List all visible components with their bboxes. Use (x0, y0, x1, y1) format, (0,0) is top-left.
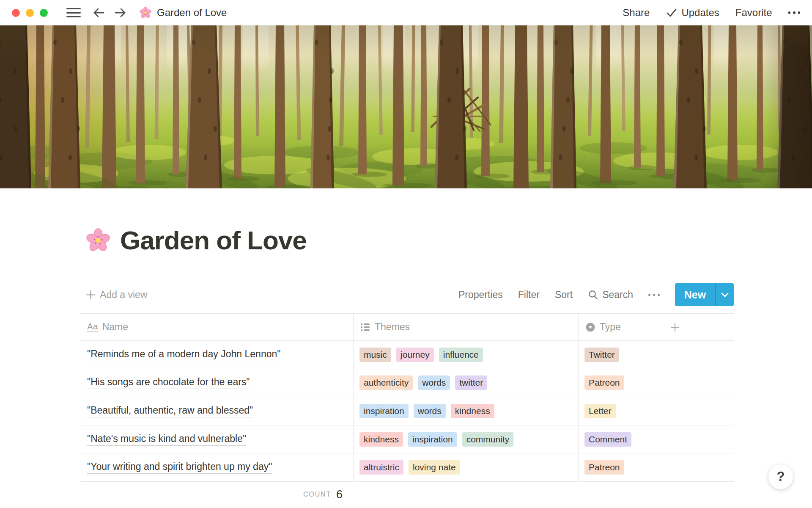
text-property-icon: Aa (87, 322, 98, 332)
theme-tag: kindness (359, 432, 403, 447)
search-button[interactable]: Search (588, 289, 633, 301)
favorite-button[interactable]: Favorite (735, 7, 772, 19)
type-tag: Letter (584, 404, 616, 418)
theme-tag: words (418, 375, 450, 390)
theme-tag: authenticity (359, 375, 413, 390)
titlebar-page-title: Garden of Love (157, 7, 227, 19)
cell-type[interactable]: Letter (579, 397, 663, 425)
cover-image (0, 25, 812, 188)
table-body: "Reminds me of a modern day John Lennon"… (80, 341, 734, 482)
updates-button[interactable]: Updates (666, 7, 719, 19)
cell-themes[interactable]: kindnessinspirationcommunity (354, 425, 579, 453)
multiselect-property-icon (360, 323, 370, 332)
row-title[interactable]: "Reminds me of a modern day John Lennon" (87, 348, 280, 361)
page-title[interactable]: Garden of Love (120, 225, 307, 255)
cell-name[interactable]: "Reminds me of a modern day John Lennon" (80, 341, 354, 369)
search-icon (588, 290, 598, 300)
type-tag: Patreon (584, 460, 624, 475)
help-button-label: ? (777, 469, 785, 484)
share-button[interactable]: Share (623, 7, 650, 19)
add-column-button[interactable] (663, 314, 734, 340)
column-header-type[interactable]: Type (579, 314, 663, 340)
more-options-icon[interactable] (788, 11, 801, 14)
cell-name[interactable]: "Nate's music is kind and vulnerable" (80, 425, 354, 453)
zoom-window-button[interactable] (40, 9, 48, 17)
page-header: Garden of Love (85, 225, 307, 255)
sort-button[interactable]: Sort (555, 289, 573, 301)
check-icon (666, 7, 678, 18)
page-emoji-icon[interactable] (85, 228, 111, 253)
page-emoji-icon (139, 6, 152, 19)
close-window-button[interactable] (12, 9, 20, 17)
theme-tag: music (359, 348, 391, 362)
column-header-name[interactable]: Aa Name (80, 314, 354, 340)
forward-arrow-icon[interactable] (113, 6, 127, 19)
window-controls (12, 9, 48, 17)
view-more-options-icon[interactable] (648, 294, 660, 296)
theme-tag: loving nate (409, 460, 460, 475)
theme-tag: words (414, 404, 446, 418)
cell-type[interactable]: Twitter (579, 341, 663, 369)
column-header-themes[interactable]: Themes (354, 314, 579, 340)
theme-tag: journey (396, 348, 434, 362)
cell-extra (663, 453, 734, 481)
cell-type[interactable]: Patreon (579, 453, 663, 481)
theme-tag: twitter (455, 375, 487, 390)
sidebar-menu-icon[interactable] (66, 8, 81, 18)
count-value: 6 (336, 488, 343, 501)
table-count-footer[interactable]: COUNT 6 (80, 482, 354, 507)
type-tag: Patreon (584, 375, 624, 390)
cell-extra (663, 425, 734, 453)
table-row[interactable]: "Beautiful, authentic, raw and blessed"i… (80, 397, 734, 425)
cell-themes[interactable]: inspirationwordskindness (354, 397, 579, 425)
cell-name[interactable]: "Your writing and spirit brighten up my … (80, 453, 354, 481)
new-record-button[interactable]: New (675, 283, 734, 306)
database-table: Aa Name Themes Type (80, 313, 734, 482)
theme-tag: inspiration (359, 404, 409, 418)
table-row[interactable]: "Reminds me of a modern day John Lennon"… (80, 341, 734, 369)
row-title[interactable]: "His songs are chocolate for the ears" (87, 376, 250, 389)
new-dropdown-button[interactable] (716, 283, 734, 306)
minimize-window-button[interactable] (26, 9, 34, 17)
back-arrow-icon[interactable] (92, 6, 106, 19)
type-tag: Twitter (584, 348, 619, 362)
help-button[interactable]: ? (768, 464, 793, 489)
row-title[interactable]: "Nate's music is kind and vulnerable" (87, 433, 246, 446)
theme-tag: community (462, 432, 514, 447)
table-row[interactable]: "Nate's music is kind and vulnerable"kin… (80, 425, 734, 454)
cell-name[interactable]: "Beautiful, authentic, raw and blessed" (80, 397, 354, 425)
table-row[interactable]: "Your writing and spirit brighten up my … (80, 453, 734, 482)
cell-themes[interactable]: musicjourneyinfluence (354, 341, 579, 369)
plus-icon (670, 322, 680, 332)
cell-extra (663, 369, 734, 397)
new-button-label[interactable]: New (675, 283, 715, 306)
select-property-icon (585, 322, 595, 332)
cell-extra (663, 341, 734, 369)
type-tag: Comment (584, 432, 631, 447)
add-view-button[interactable]: Add a view (86, 289, 148, 301)
titlebar: Garden of Love Share Updates Favorite (0, 0, 812, 25)
cell-type[interactable]: Comment (579, 425, 663, 453)
theme-tag: inspiration (408, 432, 457, 447)
cell-name[interactable]: "His songs are chocolate for the ears" (80, 369, 354, 397)
row-title[interactable]: "Your writing and spirit brighten up my … (87, 461, 272, 474)
row-title[interactable]: "Beautiful, authentic, raw and blessed" (87, 405, 253, 417)
collection-toolbar: Add a view Properties Filter Sort Search… (80, 283, 734, 306)
plus-icon (86, 290, 96, 300)
cell-type[interactable]: Patreon (579, 369, 663, 397)
cell-themes[interactable]: altruistricloving nate (354, 453, 579, 481)
count-label: COUNT (303, 491, 331, 498)
theme-tag: altruistric (359, 460, 403, 475)
cell-extra (663, 397, 734, 425)
chevron-down-icon (721, 292, 729, 298)
cell-themes[interactable]: authenticitywordstwitter (354, 369, 579, 397)
table-row[interactable]: "His songs are chocolate for the ears"au… (80, 369, 734, 398)
notion-window: Garden of Love Share Updates Favorite (0, 0, 812, 508)
table-header: Aa Name Themes Type (80, 313, 734, 341)
theme-tag: kindness (451, 404, 494, 418)
properties-button[interactable]: Properties (458, 289, 503, 301)
filter-button[interactable]: Filter (518, 289, 540, 301)
theme-tag: influence (439, 348, 483, 362)
